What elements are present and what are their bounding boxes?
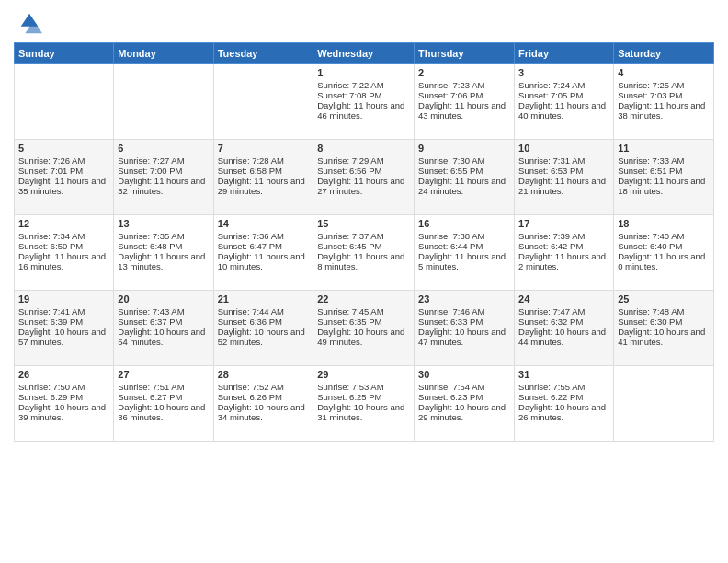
sunset-text: Sunset: 6:40 PM <box>618 241 682 251</box>
sunset-text: Sunset: 6:33 PM <box>418 316 483 327</box>
day-cell: 29Sunrise: 7:53 AMSunset: 6:25 PMDayligh… <box>313 366 415 442</box>
day-number: 26 <box>18 369 109 380</box>
sunset-text: Sunset: 6:39 PM <box>18 316 83 327</box>
sunset-text: Sunset: 6:36 PM <box>218 316 282 327</box>
sunset-text: Sunset: 7:01 PM <box>18 166 83 176</box>
day-cell: 11Sunrise: 7:33 AMSunset: 6:51 PMDayligh… <box>614 140 714 215</box>
day-number: 19 <box>18 293 109 304</box>
daylight-text: Daylight: 10 hours and 47 minutes. <box>418 327 506 347</box>
day-number: 27 <box>118 369 209 380</box>
sunset-text: Sunset: 6:58 PM <box>218 166 282 176</box>
day-cell: 1Sunrise: 7:22 AMSunset: 7:08 PMDaylight… <box>313 64 415 140</box>
day-number: 21 <box>218 293 310 304</box>
sunrise-text: Sunrise: 7:54 AM <box>418 382 484 392</box>
day-cell: 23Sunrise: 7:46 AMSunset: 6:33 PMDayligh… <box>415 291 515 366</box>
day-cell <box>213 64 313 140</box>
day-cell <box>114 64 213 140</box>
day-cell: 5Sunrise: 7:26 AMSunset: 7:01 PMDaylight… <box>15 140 114 215</box>
day-cell: 18Sunrise: 7:40 AMSunset: 6:40 PMDayligh… <box>614 215 714 291</box>
day-number: 11 <box>618 143 710 154</box>
col-header-sunday: Sunday <box>15 43 114 64</box>
daylight-text: Daylight: 10 hours and 29 minutes. <box>418 402 506 422</box>
day-number: 15 <box>317 218 410 229</box>
daylight-text: Daylight: 11 hours and 27 minutes. <box>317 176 404 196</box>
day-number: 17 <box>518 218 609 229</box>
sunrise-text: Sunrise: 7:37 AM <box>317 231 383 241</box>
day-number: 14 <box>218 218 310 229</box>
sunrise-text: Sunrise: 7:44 AM <box>218 306 284 316</box>
sunrise-text: Sunrise: 7:48 AM <box>618 306 684 316</box>
sunset-text: Sunset: 6:47 PM <box>218 241 282 251</box>
sunset-text: Sunset: 7:08 PM <box>317 90 381 100</box>
week-row-1: 1Sunrise: 7:22 AMSunset: 7:08 PMDaylight… <box>15 64 714 140</box>
day-cell: 30Sunrise: 7:54 AMSunset: 6:23 PMDayligh… <box>415 366 515 442</box>
daylight-text: Daylight: 10 hours and 31 minutes. <box>317 402 404 422</box>
day-number: 24 <box>518 293 609 304</box>
daylight-text: Daylight: 11 hours and 43 minutes. <box>418 100 506 121</box>
daylight-text: Daylight: 11 hours and 46 minutes. <box>317 100 404 121</box>
day-number: 18 <box>618 218 710 229</box>
calendar-table: SundayMondayTuesdayWednesdayThursdayFrid… <box>14 42 714 442</box>
day-cell: 26Sunrise: 7:50 AMSunset: 6:29 PMDayligh… <box>15 366 114 442</box>
sunset-text: Sunset: 6:30 PM <box>618 316 682 327</box>
day-cell: 31Sunrise: 7:55 AMSunset: 6:22 PMDayligh… <box>515 366 614 442</box>
week-row-5: 26Sunrise: 7:50 AMSunset: 6:29 PMDayligh… <box>15 366 714 442</box>
day-number: 6 <box>118 143 209 154</box>
sunset-text: Sunset: 6:55 PM <box>418 166 483 176</box>
day-number: 7 <box>218 143 310 154</box>
daylight-text: Daylight: 10 hours and 54 minutes. <box>118 327 205 347</box>
col-header-monday: Monday <box>114 43 213 64</box>
sunrise-text: Sunrise: 7:26 AM <box>18 155 85 166</box>
day-cell: 3Sunrise: 7:24 AMSunset: 7:05 PMDaylight… <box>515 64 614 140</box>
daylight-text: Daylight: 10 hours and 52 minutes. <box>218 327 305 347</box>
day-cell: 2Sunrise: 7:23 AMSunset: 7:06 PMDaylight… <box>415 64 515 140</box>
day-cell: 12Sunrise: 7:34 AMSunset: 6:50 PMDayligh… <box>15 215 114 291</box>
sunset-text: Sunset: 6:22 PM <box>518 392 583 402</box>
sunset-text: Sunset: 6:53 PM <box>518 166 583 176</box>
sunset-text: Sunset: 7:03 PM <box>618 90 682 100</box>
sunset-text: Sunset: 6:51 PM <box>618 166 682 176</box>
sunset-text: Sunset: 6:42 PM <box>518 241 583 251</box>
day-number: 4 <box>618 67 710 78</box>
sunrise-text: Sunrise: 7:23 AM <box>418 80 484 90</box>
day-number: 16 <box>418 218 510 229</box>
sunset-text: Sunset: 6:56 PM <box>317 166 381 176</box>
day-number: 8 <box>317 143 410 154</box>
daylight-text: Daylight: 10 hours and 44 minutes. <box>518 327 606 347</box>
week-row-3: 12Sunrise: 7:34 AMSunset: 6:50 PMDayligh… <box>15 215 714 291</box>
day-number: 22 <box>317 293 410 304</box>
daylight-text: Daylight: 11 hours and 38 minutes. <box>618 100 705 121</box>
sunrise-text: Sunrise: 7:43 AM <box>118 306 184 316</box>
day-cell: 10Sunrise: 7:31 AMSunset: 6:53 PMDayligh… <box>515 140 614 215</box>
sunset-text: Sunset: 6:45 PM <box>317 241 381 251</box>
day-number: 3 <box>518 67 609 78</box>
page-container: SundayMondayTuesdayWednesdayThursdayFrid… <box>0 0 728 451</box>
daylight-text: Daylight: 10 hours and 57 minutes. <box>18 327 106 347</box>
daylight-text: Daylight: 11 hours and 16 minutes. <box>18 251 106 271</box>
col-header-saturday: Saturday <box>614 43 714 64</box>
day-number: 9 <box>418 143 510 154</box>
sunrise-text: Sunrise: 7:39 AM <box>518 231 585 241</box>
day-number: 20 <box>118 293 209 304</box>
daylight-text: Daylight: 11 hours and 2 minutes. <box>518 251 606 271</box>
sunrise-text: Sunrise: 7:53 AM <box>317 382 383 392</box>
sunset-text: Sunset: 6:37 PM <box>118 316 182 327</box>
page-header <box>14 9 714 35</box>
sunrise-text: Sunrise: 7:30 AM <box>418 155 484 166</box>
sunset-text: Sunset: 6:32 PM <box>518 316 583 327</box>
day-cell: 28Sunrise: 7:52 AMSunset: 6:26 PMDayligh… <box>213 366 313 442</box>
sunset-text: Sunset: 7:00 PM <box>118 166 182 176</box>
sunrise-text: Sunrise: 7:25 AM <box>618 80 684 90</box>
sunset-text: Sunset: 6:27 PM <box>118 392 182 402</box>
day-cell: 14Sunrise: 7:36 AMSunset: 6:47 PMDayligh… <box>213 215 313 291</box>
daylight-text: Daylight: 11 hours and 10 minutes. <box>218 251 305 271</box>
sunset-text: Sunset: 6:48 PM <box>118 241 182 251</box>
sunset-text: Sunset: 6:44 PM <box>418 241 483 251</box>
sunrise-text: Sunrise: 7:22 AM <box>317 80 383 90</box>
daylight-text: Daylight: 11 hours and 8 minutes. <box>317 251 404 271</box>
col-header-friday: Friday <box>515 43 614 64</box>
sunrise-text: Sunrise: 7:52 AM <box>218 382 284 392</box>
sunrise-text: Sunrise: 7:45 AM <box>317 306 383 316</box>
sunset-text: Sunset: 6:26 PM <box>218 392 282 402</box>
daylight-text: Daylight: 10 hours and 26 minutes. <box>518 402 606 422</box>
